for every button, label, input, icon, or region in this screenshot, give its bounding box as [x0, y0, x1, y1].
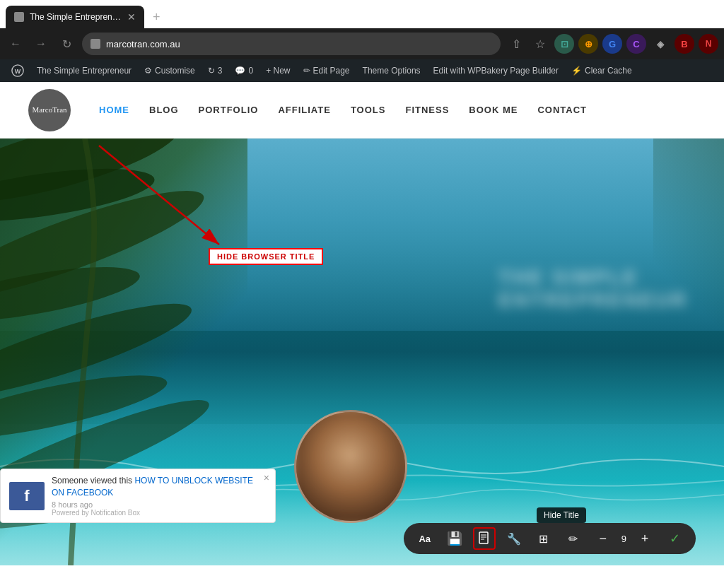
profile-avatar — [294, 410, 407, 523]
nav-portfolio[interactable]: PORTFOLIO — [199, 105, 259, 115]
wp-admin-bar: W The Simple Entrepreneur ⚙ Customise ↻ … — [0, 59, 724, 82]
bottom-toolbar: Aa 💾 🔧 ⊞ ✏ − 9 + ✓ — [404, 523, 696, 554]
zoom-count: 9 — [621, 534, 626, 544]
updates-item[interactable]: ↻ 3 — [202, 59, 228, 82]
plus-button[interactable]: + — [634, 527, 656, 550]
notification-text: Someone viewed this HOW TO UNBLOCK WEBSI… — [52, 475, 267, 499]
minus-button[interactable]: − — [592, 527, 614, 550]
refresh-button[interactable]: ↻ — [57, 34, 76, 54]
comments-count: 0 — [248, 66, 253, 76]
tab-title: The Simple Entrepreneur - Ma — [30, 12, 122, 22]
new-label: + New — [266, 66, 290, 76]
edit-button[interactable]: ✏ — [562, 527, 585, 550]
hero-text-line1: THE SIMPLE — [498, 266, 688, 289]
screen-icon[interactable]: ⊡ — [554, 34, 574, 54]
hide-title-tooltip: Hide Title — [537, 507, 586, 523]
settings-button[interactable]: 🔧 — [503, 527, 525, 550]
address-bar[interactable]: marcotran.com.au — [82, 33, 501, 55]
annotation-box: HIDE BROWSER TITLE — [209, 248, 323, 265]
notification-powered: Powered by Notification Box — [52, 509, 267, 517]
forward-button[interactable]: → — [31, 34, 51, 54]
back-button[interactable]: ← — [6, 34, 25, 54]
site-name-label: The Simple Entrepreneur — [37, 66, 132, 76]
wp-logo-icon: W — [11, 64, 24, 77]
c-extension-icon[interactable]: C — [626, 34, 646, 54]
notification-content: Someone viewed this HOW TO UNBLOCK WEBSI… — [52, 475, 267, 517]
wp-logo-item[interactable]: W — [6, 59, 30, 82]
notification-thumbnail: f — [9, 482, 45, 510]
logo-text-line2: Tran — [52, 105, 66, 114]
tab-bar: The Simple Entrepreneur - Ma ✕ + — [0, 0, 724, 28]
annotation-text: HIDE BROWSER TITLE — [217, 252, 315, 261]
active-tab[interactable]: The Simple Entrepreneur - Ma ✕ — [6, 6, 144, 28]
customise-icon: ⚙ — [144, 66, 152, 76]
site-favicon — [90, 39, 100, 49]
new-item[interactable]: + New — [260, 59, 296, 82]
share-extension-icon[interactable]: ◈ — [650, 34, 670, 54]
hide-title-text: Hide Title — [544, 510, 579, 520]
profile-blur — [296, 412, 405, 521]
logo-text-line1: Marco — [32, 105, 52, 114]
browser-icons: ⇧ ☆ ⊡ ⊕ G C ◈ B N — [506, 34, 718, 54]
theme-options-label: Theme Options — [363, 66, 421, 76]
nav-fitness[interactable]: FITNESS — [405, 105, 449, 115]
layout-button[interactable]: ⊞ — [532, 527, 555, 550]
extensions-icon[interactable]: ⊕ — [578, 34, 598, 54]
address-bar-row: ← → ↻ marcotran.com.au ⇧ ☆ ⊡ ⊕ G C ◈ B N — [0, 28, 724, 59]
logo-circle: Marco Tran — [28, 89, 71, 131]
edit-icon: ✏ — [303, 66, 310, 76]
svg-rect-11 — [479, 532, 488, 543]
google-icon[interactable]: G — [602, 34, 622, 54]
wpbakery-label: Edit with WPBakery Page Builder — [433, 66, 559, 76]
hero-section: THE SIMPLE ENTREPRENEUR HIDE BROWSE — [0, 139, 724, 565]
save-button[interactable]: 💾 — [443, 527, 466, 550]
hide-title-button[interactable] — [473, 527, 496, 550]
browser-chrome: The Simple Entrepreneur - Ma ✕ + ← → ↻ m… — [0, 0, 724, 59]
nav-affiliate[interactable]: AFFILIATE — [278, 105, 330, 115]
n-extension-icon[interactable]: N — [699, 34, 718, 54]
cache-icon: ⚡ — [571, 66, 582, 76]
wpbakery-item[interactable]: Edit with WPBakery Page Builder — [428, 59, 564, 82]
notification-bar: f Someone viewed this HOW TO UNBLOCK WEB… — [0, 469, 276, 523]
updates-count: 3 — [218, 66, 223, 76]
site-name-item[interactable]: The Simple Entrepreneur — [31, 59, 137, 82]
bookmark-icon[interactable]: ☆ — [530, 34, 550, 54]
updates-icon: ↻ — [208, 66, 215, 76]
notification-close-button[interactable]: × — [264, 472, 269, 483]
nav-book-me[interactable]: BOOK ME — [469, 105, 518, 115]
comment-icon: 💬 — [235, 66, 245, 76]
theme-options-item[interactable]: Theme Options — [357, 59, 426, 82]
svg-text:W: W — [15, 68, 21, 75]
hero-text-line2: ENTREPRENEUR — [498, 289, 688, 312]
tab-close-btn[interactable]: ✕ — [127, 11, 136, 23]
nav-blog[interactable]: BLOG — [149, 105, 179, 115]
page-icon — [477, 531, 491, 546]
hero-text-blur: THE SIMPLE ENTREPRENEUR — [498, 266, 688, 312]
facebook-icon: f — [24, 487, 29, 505]
notif-prefix: Someone viewed this — [52, 476, 134, 486]
site-logo[interactable]: Marco Tran — [28, 89, 71, 131]
customise-item[interactable]: ⚙ Customise — [139, 59, 201, 82]
check-button[interactable]: ✓ — [663, 527, 686, 550]
comments-item[interactable]: 💬 0 — [229, 59, 259, 82]
site-nav: HOME BLOG PORTFOLIO AFFILIATE TOOLS FITN… — [99, 105, 587, 115]
customise-label: Customise — [155, 66, 195, 76]
tab-favicon — [14, 12, 24, 22]
notification-time: 8 hours ago — [52, 500, 267, 509]
brave-icon[interactable]: B — [675, 34, 694, 54]
clear-cache-label: Clear Cache — [585, 66, 632, 76]
edit-page-item[interactable]: ✏ Edit Page — [298, 59, 356, 82]
clear-cache-item[interactable]: ⚡ Clear Cache — [566, 59, 638, 82]
site-header: Marco Tran HOME BLOG PORTFOLIO AFFILIATE… — [0, 82, 724, 139]
font-size-button[interactable]: Aa — [414, 527, 436, 550]
share-icon[interactable]: ⇧ — [506, 34, 526, 54]
new-tab-button[interactable]: + — [147, 7, 166, 28]
nav-home[interactable]: HOME — [99, 105, 129, 115]
nav-contact[interactable]: CONTACT — [537, 105, 587, 115]
edit-page-label: Edit Page — [313, 66, 350, 76]
url-text: marcotran.com.au — [106, 39, 180, 49]
nav-tools[interactable]: TOOLS — [351, 105, 386, 115]
